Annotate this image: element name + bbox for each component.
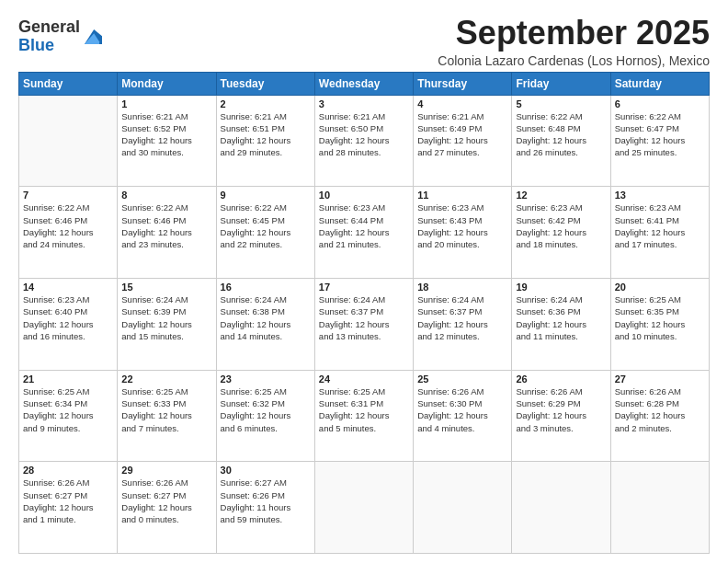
table-row: 8Sunrise: 6:22 AM Sunset: 6:46 PM Daylig…: [118, 187, 216, 279]
table-row: [19, 95, 118, 187]
day-info: Sunrise: 6:23 AM Sunset: 6:42 PM Dayligh…: [516, 201, 606, 250]
title-block: September 2025 Colonia Lazaro Cardenas (…: [438, 15, 710, 68]
table-row: 7Sunrise: 6:22 AM Sunset: 6:46 PM Daylig…: [19, 187, 118, 279]
day-info: Sunrise: 6:25 AM Sunset: 6:32 PM Dayligh…: [221, 385, 311, 434]
col-sunday: Sunday: [19, 72, 118, 95]
day-number: 3: [319, 98, 409, 109]
day-number: 16: [221, 282, 311, 293]
table-row: 2Sunrise: 6:21 AM Sunset: 6:51 PM Daylig…: [216, 95, 314, 187]
col-tuesday: Tuesday: [216, 72, 314, 95]
day-number: 30: [221, 465, 311, 476]
day-info: Sunrise: 6:23 AM Sunset: 6:41 PM Dayligh…: [615, 201, 705, 250]
table-row: 22Sunrise: 6:25 AM Sunset: 6:33 PM Dayli…: [118, 370, 216, 462]
day-number: 4: [417, 98, 507, 109]
table-row: [610, 462, 709, 554]
table-row: 11Sunrise: 6:23 AM Sunset: 6:43 PM Dayli…: [414, 187, 512, 279]
table-row: 20Sunrise: 6:25 AM Sunset: 6:35 PM Dayli…: [610, 278, 709, 370]
table-row: 6Sunrise: 6:22 AM Sunset: 6:47 PM Daylig…: [610, 95, 709, 187]
day-number: 1: [121, 98, 211, 109]
day-number: 21: [23, 373, 113, 385]
day-info: Sunrise: 6:22 AM Sunset: 6:47 PM Dayligh…: [615, 110, 705, 159]
day-info: Sunrise: 6:22 AM Sunset: 6:46 PM Dayligh…: [23, 201, 113, 250]
day-info: Sunrise: 6:25 AM Sunset: 6:33 PM Dayligh…: [121, 385, 211, 434]
day-number: 19: [516, 282, 606, 293]
logo: General Blue: [18, 18, 102, 55]
day-info: Sunrise: 6:22 AM Sunset: 6:48 PM Dayligh…: [516, 110, 606, 159]
table-row: 28Sunrise: 6:26 AM Sunset: 6:27 PM Dayli…: [19, 462, 118, 554]
table-row: 21Sunrise: 6:25 AM Sunset: 6:34 PM Dayli…: [19, 370, 118, 462]
day-number: 27: [615, 373, 705, 385]
table-row: 5Sunrise: 6:22 AM Sunset: 6:48 PM Daylig…: [512, 95, 610, 187]
table-row: 15Sunrise: 6:24 AM Sunset: 6:39 PM Dayli…: [118, 278, 216, 370]
table-row: 24Sunrise: 6:25 AM Sunset: 6:31 PM Dayli…: [314, 370, 413, 462]
table-row: 10Sunrise: 6:23 AM Sunset: 6:44 PM Dayli…: [314, 187, 413, 279]
day-info: Sunrise: 6:24 AM Sunset: 6:37 PM Dayligh…: [319, 293, 409, 342]
table-row: 27Sunrise: 6:26 AM Sunset: 6:28 PM Dayli…: [610, 370, 709, 462]
table-row: 18Sunrise: 6:24 AM Sunset: 6:37 PM Dayli…: [414, 278, 512, 370]
table-row: 29Sunrise: 6:26 AM Sunset: 6:27 PM Dayli…: [118, 462, 216, 554]
day-number: 26: [516, 373, 606, 385]
day-number: 24: [319, 373, 409, 385]
table-row: 17Sunrise: 6:24 AM Sunset: 6:37 PM Dayli…: [314, 278, 413, 370]
table-row: 4Sunrise: 6:21 AM Sunset: 6:49 PM Daylig…: [414, 95, 512, 187]
day-number: 12: [516, 190, 606, 201]
table-row: 19Sunrise: 6:24 AM Sunset: 6:36 PM Dayli…: [512, 278, 610, 370]
col-wednesday: Wednesday: [314, 72, 413, 95]
day-info: Sunrise: 6:26 AM Sunset: 6:27 PM Dayligh…: [23, 477, 113, 525]
table-row: 25Sunrise: 6:26 AM Sunset: 6:30 PM Dayli…: [414, 370, 512, 462]
day-info: Sunrise: 6:26 AM Sunset: 6:27 PM Dayligh…: [121, 477, 211, 525]
day-number: 22: [121, 373, 211, 385]
day-number: 2: [221, 98, 311, 109]
day-number: 14: [23, 282, 113, 293]
month-title: September 2025: [438, 15, 710, 52]
day-info: Sunrise: 6:21 AM Sunset: 6:49 PM Dayligh…: [417, 110, 507, 159]
day-number: 15: [121, 282, 211, 293]
day-info: Sunrise: 6:21 AM Sunset: 6:51 PM Dayligh…: [221, 110, 311, 159]
day-number: 5: [516, 98, 606, 109]
col-thursday: Thursday: [414, 72, 512, 95]
day-number: 7: [23, 190, 113, 201]
table-row: [314, 462, 413, 554]
day-number: 20: [615, 282, 705, 293]
location-subtitle: Colonia Lazaro Cardenas (Los Hornos), Me…: [438, 53, 710, 68]
day-number: 28: [23, 465, 113, 476]
day-info: Sunrise: 6:24 AM Sunset: 6:36 PM Dayligh…: [516, 293, 606, 342]
col-friday: Friday: [512, 72, 610, 95]
day-info: Sunrise: 6:24 AM Sunset: 6:37 PM Dayligh…: [417, 293, 507, 342]
day-number: 29: [121, 465, 211, 476]
table-row: 12Sunrise: 6:23 AM Sunset: 6:42 PM Dayli…: [512, 187, 610, 279]
calendar-header-row: Sunday Monday Tuesday Wednesday Thursday…: [19, 72, 710, 95]
day-info: Sunrise: 6:26 AM Sunset: 6:28 PM Dayligh…: [615, 385, 705, 434]
day-number: 9: [221, 190, 311, 201]
table-row: [512, 462, 610, 554]
day-info: Sunrise: 6:27 AM Sunset: 6:26 PM Dayligh…: [221, 477, 311, 525]
logo-icon: [82, 27, 102, 47]
table-row: 23Sunrise: 6:25 AM Sunset: 6:32 PM Dayli…: [216, 370, 314, 462]
day-info: Sunrise: 6:25 AM Sunset: 6:34 PM Dayligh…: [23, 385, 113, 434]
col-monday: Monday: [118, 72, 216, 95]
day-info: Sunrise: 6:23 AM Sunset: 6:43 PM Dayligh…: [417, 201, 507, 250]
day-info: Sunrise: 6:23 AM Sunset: 6:40 PM Dayligh…: [23, 293, 113, 342]
day-number: 25: [417, 373, 507, 385]
day-info: Sunrise: 6:21 AM Sunset: 6:50 PM Dayligh…: [319, 110, 409, 159]
day-number: 10: [319, 190, 409, 201]
day-info: Sunrise: 6:23 AM Sunset: 6:44 PM Dayligh…: [319, 201, 409, 250]
col-saturday: Saturday: [610, 72, 709, 95]
logo-blue: Blue: [18, 37, 80, 55]
day-number: 18: [417, 282, 507, 293]
table-row: [414, 462, 512, 554]
table-row: 9Sunrise: 6:22 AM Sunset: 6:45 PM Daylig…: [216, 187, 314, 279]
day-info: Sunrise: 6:25 AM Sunset: 6:35 PM Dayligh…: [615, 293, 705, 342]
day-info: Sunrise: 6:24 AM Sunset: 6:38 PM Dayligh…: [221, 293, 311, 342]
calendar-table: Sunday Monday Tuesday Wednesday Thursday…: [18, 72, 710, 554]
day-number: 6: [615, 98, 705, 109]
logo-general: General: [18, 18, 80, 37]
day-number: 8: [121, 190, 211, 201]
table-row: 30Sunrise: 6:27 AM Sunset: 6:26 PM Dayli…: [216, 462, 314, 554]
day-info: Sunrise: 6:26 AM Sunset: 6:29 PM Dayligh…: [516, 385, 606, 434]
day-number: 11: [417, 190, 507, 201]
table-row: 13Sunrise: 6:23 AM Sunset: 6:41 PM Dayli…: [610, 187, 709, 279]
day-info: Sunrise: 6:22 AM Sunset: 6:45 PM Dayligh…: [221, 201, 311, 250]
day-info: Sunrise: 6:24 AM Sunset: 6:39 PM Dayligh…: [121, 293, 211, 342]
day-info: Sunrise: 6:22 AM Sunset: 6:46 PM Dayligh…: [121, 201, 211, 250]
